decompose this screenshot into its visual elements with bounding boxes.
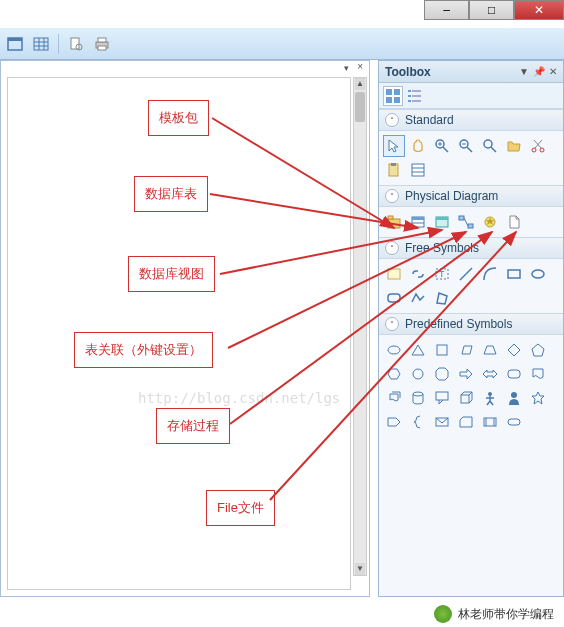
shape-document[interactable] [527, 363, 549, 385]
print-button[interactable] [91, 33, 113, 55]
svg-point-66 [511, 392, 517, 398]
svg-rect-41 [388, 216, 393, 219]
shape-actor[interactable] [479, 387, 501, 409]
category-label: Predefined Symbols [405, 317, 512, 331]
shape-ellipse[interactable] [383, 339, 405, 361]
tool-zoom-out[interactable] [455, 135, 477, 157]
tool-line[interactable] [455, 263, 477, 285]
shape-card[interactable] [455, 411, 477, 433]
toolbox-title-label: Toolbox [385, 65, 515, 79]
shape-cylinder[interactable] [407, 387, 429, 409]
category-free-symbols[interactable]: ˄ Free Symbols [379, 237, 563, 259]
chevron-up-icon: ˄ [385, 317, 399, 331]
vertical-scrollbar[interactable]: ▲ ▼ [353, 77, 367, 576]
shape-diamond[interactable] [503, 339, 525, 361]
view-grid-button[interactable] [30, 33, 52, 55]
shape-arrow-both[interactable] [479, 363, 501, 385]
svg-rect-61 [508, 370, 520, 378]
view-window-button[interactable] [4, 33, 26, 55]
svg-rect-64 [461, 395, 469, 403]
tool-procedure[interactable] [479, 211, 501, 233]
tool-open[interactable] [503, 135, 525, 157]
svg-rect-47 [459, 216, 464, 220]
minimize-icon: – [443, 3, 450, 17]
minimize-button[interactable]: – [424, 0, 469, 20]
shape-callout[interactable] [431, 387, 453, 409]
svg-rect-63 [436, 392, 448, 400]
shape-hexagon[interactable] [383, 363, 405, 385]
tool-zoom-in[interactable] [431, 135, 453, 157]
tool-rounded-rect[interactable] [383, 287, 405, 309]
footer-text: 林老师带你学编程 [458, 606, 554, 623]
close-button[interactable]: ✕ [514, 0, 564, 20]
svg-rect-37 [412, 164, 424, 176]
tool-polyline[interactable] [407, 287, 429, 309]
shape-multidoc[interactable] [383, 387, 405, 409]
tool-zoom-fit[interactable] [479, 135, 501, 157]
category-physical-diagram[interactable]: ˄ Physical Diagram [379, 185, 563, 207]
tool-rectangle[interactable] [503, 263, 525, 285]
scrollbar-thumb[interactable] [355, 92, 365, 122]
shape-person[interactable] [503, 387, 525, 409]
tool-table[interactable] [407, 211, 429, 233]
tool-cut[interactable] [527, 135, 549, 157]
shape-rounded[interactable] [503, 363, 525, 385]
shape-arrow-right[interactable] [455, 363, 477, 385]
scroll-down-icon[interactable]: ▼ [355, 563, 365, 575]
chevron-up-icon: ˄ [385, 189, 399, 203]
shape-square[interactable] [431, 339, 453, 361]
tool-properties[interactable] [407, 159, 429, 181]
svg-point-60 [413, 369, 423, 379]
category-predefined-symbols[interactable]: ˄ Predefined Symbols [379, 313, 563, 335]
annotation-table: 数据库表 [134, 176, 208, 212]
print-preview-button[interactable] [65, 33, 87, 55]
tool-package[interactable] [383, 211, 405, 233]
toolbox-close-icon[interactable]: ✕ [549, 66, 557, 77]
toolbox-menu-icon[interactable]: ▼ [519, 66, 529, 77]
view-list-button[interactable] [405, 86, 425, 106]
tool-view[interactable] [431, 211, 453, 233]
chevron-up-icon: ˄ [385, 241, 399, 255]
svg-rect-20 [408, 100, 411, 102]
shape-trapezoid[interactable] [479, 339, 501, 361]
toolbox-pin-icon[interactable]: 📌 [533, 66, 545, 77]
shape-cube[interactable] [455, 387, 477, 409]
predefined-symbols-tools [379, 335, 563, 437]
tool-paste[interactable] [383, 159, 405, 181]
shape-bracket[interactable] [407, 411, 429, 433]
svg-line-33 [535, 140, 542, 148]
tool-text[interactable]: T [431, 263, 453, 285]
footer: 林老师带你学编程 [434, 605, 554, 623]
tool-file[interactable] [503, 211, 525, 233]
maximize-button[interactable]: □ [469, 0, 514, 20]
svg-point-62 [413, 392, 423, 396]
category-standard[interactable]: ˄ Standard [379, 109, 563, 131]
tool-grabber[interactable] [407, 135, 429, 157]
shape-star[interactable] [527, 387, 549, 409]
view-large-icons-button[interactable] [383, 86, 403, 106]
shape-circle[interactable] [407, 363, 429, 385]
svg-line-34 [534, 140, 541, 148]
tool-link[interactable] [407, 263, 429, 285]
shape-pentagon[interactable] [527, 339, 549, 361]
panel-menu-icon[interactable]: ▾ [344, 63, 349, 73]
shape-envelope[interactable] [431, 411, 453, 433]
shape-tag[interactable] [383, 411, 405, 433]
tool-note[interactable] [383, 263, 405, 285]
svg-rect-48 [468, 224, 473, 228]
tool-polygon[interactable] [431, 287, 453, 309]
shape-parallelogram[interactable] [455, 339, 477, 361]
tool-pointer[interactable] [383, 135, 405, 157]
standard-tools [379, 131, 563, 185]
tool-reference[interactable] [455, 211, 477, 233]
scroll-up-icon[interactable]: ▲ [355, 78, 365, 90]
shape-process[interactable] [479, 411, 501, 433]
svg-rect-46 [436, 217, 448, 220]
shape-octagon[interactable] [431, 363, 453, 385]
shape-triangle[interactable] [407, 339, 429, 361]
tool-ellipse[interactable] [527, 263, 549, 285]
shape-terminator[interactable] [503, 411, 525, 433]
toolbox-titlebar: Toolbox ▼ 📌 ✕ [379, 61, 563, 83]
tool-arc[interactable] [479, 263, 501, 285]
panel-pin-icon[interactable]: × [357, 61, 363, 72]
